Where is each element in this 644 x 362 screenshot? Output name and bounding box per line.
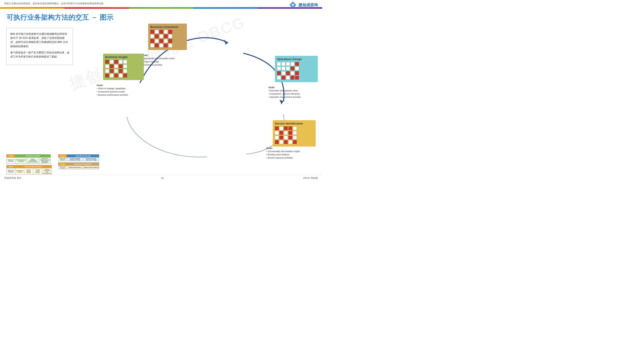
logo-area: 捷创成咨询: [289, 1, 318, 9]
bi-grid: [150, 30, 185, 38]
svg-marker-4: [280, 100, 284, 104]
si-cell-2: Domain Decom-position: [24, 168, 33, 174]
od-grid: [277, 62, 316, 70]
od-table-header: Operations Design: [67, 154, 99, 157]
si-row-label: High-Level Activities: [7, 168, 15, 174]
od-grid2: [277, 71, 316, 80]
logo-diamond-icon: [289, 1, 297, 9]
od-goals-list: Execution and capacity vision Component …: [268, 89, 318, 99]
bullet-1: IBM 的可执行业务架构方法通过将战略和运营优先级与 IT 和 SOA 联系起来…: [10, 32, 69, 48]
biv-row-label: High-Level Activities: [58, 166, 67, 169]
business-insight-card: Business Insight: [103, 54, 144, 80]
binsight-goals: Goals: Vision & strategic capabilities C…: [97, 84, 146, 97]
operations-design-card: Operations Design: [275, 56, 318, 82]
phase-table-bi: Phase Business Insight High-Level Activi…: [6, 154, 52, 174]
bi-grid2: [150, 39, 185, 47]
od-card-title: Operations Design: [277, 57, 316, 61]
binsight-grid2: [105, 69, 142, 77]
binsight-card-title: Business Insight: [105, 55, 142, 58]
phase-label-3: Phase: [7, 165, 15, 168]
binsight-grid: [105, 60, 142, 68]
od-cell-1: Analysis Strategic Operations Design: [67, 157, 83, 161]
si-grid: [275, 126, 314, 135]
si-table-header: Service Identification: [15, 165, 52, 168]
logo-text: 捷创成咨询: [298, 2, 318, 7]
footer-left: 帮连研究组 系列: [4, 176, 22, 180]
subtitle: 帮助公司整合标准和框架，提供有价值的洞察和建议，以及共同探讨行业的最新发展趋势和…: [4, 2, 104, 5]
od-cell-2: Optimize Strategic Operations Design: [83, 157, 99, 161]
color-bar: [0, 8, 322, 9]
si-goals-list: Commonality and variation insight Existi…: [266, 150, 316, 159]
si-grid2: [275, 136, 314, 144]
service-identification-card: Service Identification: [273, 120, 316, 147]
phase-label-4: Phase: [58, 163, 67, 166]
phase-label-1: Phase: [7, 154, 15, 157]
biv-cell-1: Identify Opportunities: [67, 166, 83, 169]
bottom-bar: 帮连研究组 系列 29 OBCG 周金根: [0, 175, 322, 181]
top-bar: 帮助公司整合标准和框架，提供有价值的洞察和建议，以及共同探讨行业的最新发展趋势和…: [0, 0, 322, 8]
si-cell-1: Goal Service modeling: [15, 168, 24, 174]
bi-goals: Goals: Opportunity and innovation vision…: [142, 54, 189, 66]
bi-cell-3: Identify Hot Components and Other Model …: [39, 157, 51, 164]
left-description-box: IBM 的可执行业务架构方法通过将战略和运营优先级与 IT 和 SOA 联系起来…: [6, 28, 73, 65]
biv-table-header: Business Investment: [67, 163, 99, 166]
bi-card-title: Business Investment: [150, 25, 185, 28]
footer-center: 29: [161, 177, 164, 179]
si-card-title: Service Identification: [275, 122, 314, 125]
bi-cell-1: Assess Business Strategy: [15, 157, 27, 164]
od-goals: Goals: Execution and capacity vision Com…: [268, 86, 318, 99]
footer-right: OBCG 周金根: [303, 176, 318, 180]
diagram-area: Business Investment Goals: Opportunity a…: [69, 21, 318, 159]
od-row-label: High-Level Activities: [58, 157, 67, 161]
bi-row-label: High-Level Activities: [7, 157, 15, 164]
bi-goals-list: Opportunity and innovation vision Projec…: [142, 57, 189, 66]
biv-cell-2: Prepare Project Roadmap: [83, 166, 99, 169]
si-cell-4: Service Refactoring and Rationalization: [42, 168, 52, 174]
si-goals: Goals: Commonality and variation insight…: [266, 147, 316, 159]
phase-label-2: Phase: [58, 154, 67, 157]
bi-table-header: Business Insight: [15, 154, 51, 157]
bullet-2: 每个阶段包含一组产生可重用工件的活动和任务，这些工件为开发可执行业务架构提供了基…: [10, 51, 69, 59]
bottom-diagrams: Phase Business Insight High-Level Activi…: [6, 154, 99, 174]
si-cell-3: Existing Asset Analysis: [33, 168, 42, 174]
bi-cell-2: Refine Component Business Model: [27, 157, 39, 164]
page-title: 可执行业务架构方法的交互 － 图示: [6, 13, 114, 22]
business-investment-card: Business Investment: [148, 23, 187, 50]
binsight-goals-list: Vision & strategic capabilities Componen…: [97, 87, 146, 97]
phase-tables-right: Phase Operations Design High-Level Activ…: [58, 154, 99, 174]
